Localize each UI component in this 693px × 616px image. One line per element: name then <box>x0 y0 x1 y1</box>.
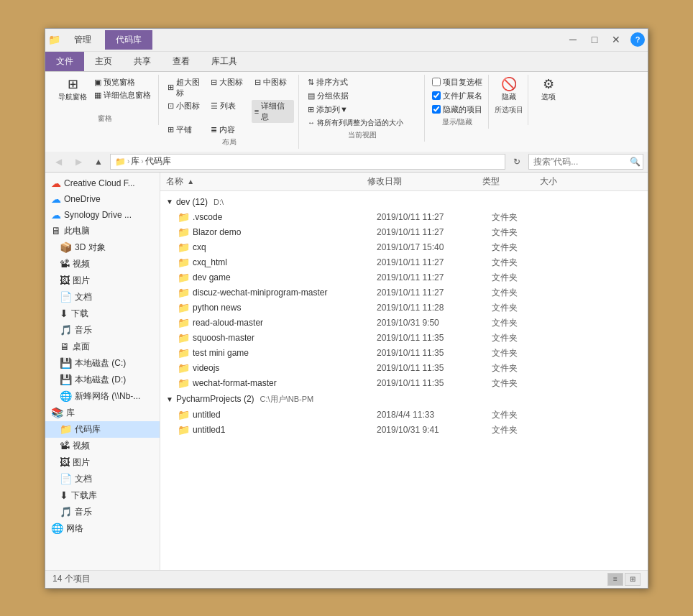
file-cxq-html[interactable]: 📁 cxq_html 2019/10/11 11:27 文件夹 <box>160 255 648 270</box>
list-button[interactable]: ☰ 列表 <box>208 100 250 112</box>
sidebar-item-music[interactable]: 🎵 音乐 <box>45 322 160 339</box>
large-icon-button[interactable]: ⊟ 大图标 <box>208 76 250 88</box>
file-list-header: 名称 ▲ 修改日期 类型 大小 <box>160 173 648 191</box>
tiles-button[interactable]: ⊞ 平铺 <box>165 124 207 136</box>
maximize-button[interactable]: □ <box>584 32 605 47</box>
search-input[interactable] <box>528 154 643 170</box>
file-type-read-aloud: 文件夹 <box>492 317 549 329</box>
sidebar-item-code-lib[interactable]: 📁 代码库 <box>45 421 160 438</box>
sidebar-item-network[interactable]: 🌐 网络 <box>45 520 160 537</box>
group-dev-arrow[interactable]: ▼ <box>166 198 173 206</box>
sidebar-item-lib-dl[interactable]: ⬇ 下载库 <box>45 487 160 504</box>
sidebar-item-downloads[interactable]: ⬇ 下载 <box>45 305 160 322</box>
file-discuz[interactable]: 📁 discuz-wechat-miniprogram-master 2019/… <box>160 285 648 300</box>
sidebar-item-library[interactable]: 📚 库 <box>45 405 160 421</box>
preview-pane-button[interactable]: ▣ 预览窗格 <box>91 76 154 88</box>
sidebar-item-desktop[interactable]: 🖥 桌面 <box>45 339 160 355</box>
sidebar-item-local-d[interactable]: 💾 本地磁盘 (D:) <box>45 372 160 388</box>
tab-manage[interactable]: 管理 <box>63 30 102 50</box>
file-wechat-format[interactable]: 📁 wechat-format-master 2019/10/11 11:35 … <box>160 376 648 391</box>
group-button[interactable]: ▤ 分组依据 <box>305 90 420 102</box>
sidebar-item-lib-music[interactable]: 🎵 音乐 <box>45 504 160 520</box>
sidebar-item-3d[interactable]: 📦 3D 对象 <box>45 239 160 256</box>
tab-file[interactable]: 文件 <box>45 52 84 71</box>
nav-pane-button[interactable]: ⊞ 导航窗格 <box>55 76 90 104</box>
add-column-button[interactable]: ⊞ 添加列▼ <box>305 104 420 116</box>
help-button[interactable]: ? <box>630 32 645 47</box>
file-date-vscode: 2019/10/11 11:27 <box>377 212 492 222</box>
tab-view[interactable]: 查看 <box>162 52 201 71</box>
up-button[interactable]: ▲ <box>90 154 107 170</box>
extra-large-button[interactable]: ⊞ 超大图标 <box>165 76 207 99</box>
network-icon: 🌐 <box>51 523 63 534</box>
options-button[interactable]: ⚙ 选项 <box>534 76 563 104</box>
file-videojs[interactable]: 📁 videojs 2019/10/11 11:35 文件夹 <box>160 361 648 376</box>
file-date-untitled: 2018/4/4 11:33 <box>377 410 492 420</box>
file-dev-game[interactable]: 📁 dev game 2019/10/11 11:27 文件夹 <box>160 270 648 285</box>
fit-columns-button[interactable]: ↔ 将所有列调整为合适的大小 <box>305 117 420 129</box>
group-pycharm[interactable]: ▼ PycharmProjects (2) C:\用户\NB-PM <box>160 391 648 408</box>
header-type[interactable]: 类型 <box>482 175 540 188</box>
lib-docs-icon: 📄 <box>60 473 72 484</box>
header-name[interactable]: 名称 ▲ <box>166 175 367 188</box>
sidebar-item-synology[interactable]: ☁ Synology Drive ... <box>45 207 160 223</box>
details-pane-button[interactable]: ▦ 详细信息窗格 <box>91 89 154 101</box>
disk-d-icon: 💾 <box>60 374 72 385</box>
header-date[interactable]: 修改日期 <box>367 175 482 188</box>
medium-icon-button[interactable]: ⊟ 中图标 <box>252 76 294 88</box>
file-squoosh[interactable]: 📁 squoosh-master 2019/10/11 11:35 文件夹 <box>160 331 648 346</box>
file-name-wechat-format: wechat-format-master <box>193 378 377 388</box>
file-cxq[interactable]: 📁 cxq 2019/10/17 15:40 文件夹 <box>160 240 648 255</box>
sidebar-item-pictures[interactable]: 🖼 图片 <box>45 272 160 289</box>
tab-library-title[interactable]: 代码库 <box>105 30 152 50</box>
content-button[interactable]: ≣ 内容 <box>208 124 250 136</box>
group-dev[interactable]: ▼ dev (12) D:\ <box>160 194 648 210</box>
sidebar-item-this-pc[interactable]: 🖥 此电脑 <box>45 223 160 239</box>
sidebar-item-lib-pics[interactable]: 🖼 图片 <box>45 454 160 471</box>
detail-view-button[interactable]: ⊞ <box>625 573 641 586</box>
sidebar-item-lib-video[interactable]: 📽 视频 <box>45 438 160 454</box>
file-type-discuz: 文件夹 <box>492 287 549 299</box>
small-icon-button[interactable]: ⊡ 小图标 <box>165 100 207 112</box>
file-untitled[interactable]: 📁 untitled 2018/4/4 11:33 文件夹 <box>160 408 648 423</box>
sort-button[interactable]: ⇅ 排序方式 <box>305 76 420 88</box>
file-ext-row[interactable]: 文件扩展名 <box>431 90 484 102</box>
sidebar-item-network-drive[interactable]: 🌐 新蜂网络 (\\Nb-... <box>45 388 160 405</box>
file-test-mini-game[interactable]: 📁 test mini game 2019/10/11 11:35 文件夹 <box>160 346 648 361</box>
hide-button[interactable]: 🚫 隐藏 <box>495 76 523 104</box>
back-button[interactable]: ◀ <box>50 154 67 170</box>
forward-button[interactable]: ▶ <box>70 154 87 170</box>
file-untitled1[interactable]: 📁 untitled1 2019/10/31 9:41 文件夹 <box>160 423 648 438</box>
title-bar: 📁 管理 代码库 ─ □ ✕ ? <box>45 29 648 52</box>
tab-share[interactable]: 共享 <box>123 52 162 71</box>
refresh-button[interactable]: ↻ <box>508 154 526 170</box>
header-size[interactable]: 大小 <box>540 175 597 188</box>
file-ext-checkbox[interactable] <box>432 91 441 100</box>
sidebar-item-creative-cloud[interactable]: ☁ Creative Cloud F... <box>45 175 160 191</box>
list-view-button[interactable]: ≡ <box>607 573 623 586</box>
sidebar-item-video[interactable]: 📽 视频 <box>45 256 160 272</box>
tab-home[interactable]: 主页 <box>84 52 123 71</box>
group-pycharm-arrow[interactable]: ▼ <box>166 395 173 403</box>
hidden-items-row[interactable]: 隐藏的项目 <box>431 104 484 116</box>
file-vscode[interactable]: 📁 .vscode 2019/10/11 11:27 文件夹 <box>160 210 648 225</box>
downloads-icon: ⬇ <box>60 308 68 319</box>
sidebar-item-docs[interactable]: 📄 文档 <box>45 289 160 305</box>
search-icon[interactable]: 🔍 <box>630 157 641 167</box>
sidebar-item-onedrive[interactable]: ☁ OneDrive <box>45 191 160 207</box>
item-checkbox-row[interactable]: 项目复选框 <box>431 76 484 88</box>
file-read-aloud[interactable]: 📁 read-aloud-master 2019/10/31 9:50 文件夹 <box>160 316 648 331</box>
creative-cloud-icon: ☁ <box>51 178 61 189</box>
item-checkbox[interactable] <box>432 78 441 86</box>
details-button[interactable]: ≡ 详细信息 <box>252 100 294 123</box>
address-input[interactable]: 📁 › 库 › 代码库 <box>110 154 505 170</box>
file-blazor[interactable]: 📁 Blazor demo 2019/10/11 11:27 文件夹 <box>160 225 648 240</box>
sidebar-item-local-c[interactable]: 💾 本地磁盘 (C:) <box>45 355 160 372</box>
tab-tools[interactable]: 库工具 <box>201 52 248 71</box>
file-python-news[interactable]: 📁 python news 2019/10/11 11:28 文件夹 <box>160 300 648 316</box>
sidebar-item-lib-docs[interactable]: 📄 文档 <box>45 471 160 487</box>
minimize-button[interactable]: ─ <box>563 32 583 47</box>
close-button[interactable]: ✕ <box>606 32 626 47</box>
file-type-untitled: 文件夹 <box>492 409 549 421</box>
hidden-items-checkbox[interactable] <box>432 105 441 114</box>
